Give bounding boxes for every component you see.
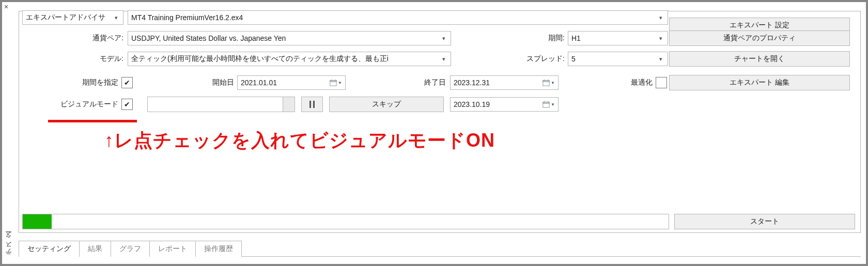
advisor-file-combo[interactable]: MT4 Training PremiumVer16.2.ex4 ▾ xyxy=(128,10,668,25)
model-combo[interactable]: 全ティック(利用可能な最小時間枠を使いすべてのティックを生成する、最も正i ▾ xyxy=(128,52,451,66)
pause-icon xyxy=(309,101,315,108)
from-date-input[interactable]: 2021.01.01 ▼ xyxy=(237,75,346,90)
expert-edit-button[interactable]: エキスパート 編集 xyxy=(669,75,850,90)
to-date-value: 2023.12.31 xyxy=(454,79,490,87)
visual-date-input[interactable]: 2023.10.19 ▼ xyxy=(450,97,559,112)
button-label: 通貨ペアのプロパティ xyxy=(723,34,796,43)
period-combo[interactable]: H1 ▾ xyxy=(568,31,668,45)
advisor-type-combo[interactable]: エキスパートアドバイサ ▾ xyxy=(22,10,123,25)
start-button[interactable]: スタート xyxy=(674,214,855,229)
symbol-label: 通貨ペア: xyxy=(22,31,123,45)
tab-label: 結果 xyxy=(88,244,102,254)
visual-speed-slider[interactable] xyxy=(147,97,295,112)
chevron-down-icon: ▾ xyxy=(440,35,447,42)
symbol-value: USDJPY, United States Dollar vs. Japanes… xyxy=(131,34,440,42)
calendar-icon[interactable]: ▼ xyxy=(542,101,555,108)
button-label: チャートを開く xyxy=(734,54,785,64)
tab-label: グラフ xyxy=(119,244,141,254)
to-date-label: 終了日 xyxy=(360,75,446,90)
visual-mode-label: ビジュアルモード xyxy=(22,97,118,112)
advisor-type-label: エキスパートアドバイサ xyxy=(26,13,113,22)
calendar-icon[interactable]: ▼ xyxy=(542,79,555,86)
pause-button[interactable] xyxy=(301,97,323,112)
use-period-label: 期間を指定 xyxy=(22,75,118,90)
chevron-down-icon: ▾ xyxy=(113,14,120,21)
svg-rect-9 xyxy=(543,102,549,104)
symbol-properties-button[interactable]: 通貨ペアのプロパティ xyxy=(669,30,850,46)
spread-combo[interactable]: 5 ▾ xyxy=(568,52,668,66)
use-period-checkbox[interactable]: ✔ xyxy=(121,77,133,88)
annotation-text: ↑レ点チェックを入れてビジュアルモードON xyxy=(104,128,495,153)
tab-label: 操作履歴 xyxy=(204,244,233,254)
chevron-down-icon: ▾ xyxy=(657,56,664,62)
slider-knob[interactable] xyxy=(283,97,295,112)
bottom-tabs: セッティング 結果 グラフ レポート 操作履歴 xyxy=(19,239,861,257)
button-label: スキップ xyxy=(372,100,401,109)
tab-report[interactable]: レポート xyxy=(150,241,196,257)
tab-journal[interactable]: 操作履歴 xyxy=(196,241,242,257)
optimize-checkbox[interactable] xyxy=(656,77,667,88)
model-label: モデル: xyxy=(22,52,123,66)
model-value: 全ティック(利用可能な最小時間枠を使いすべてのティックを生成する、最も正i xyxy=(131,54,440,64)
skip-button[interactable]: スキップ xyxy=(329,97,444,112)
from-date-label: 開始日 xyxy=(153,75,234,90)
calendar-icon[interactable]: ▼ xyxy=(330,79,342,86)
tester-vertical-tab[interactable]: テスター xyxy=(4,236,13,259)
visual-date-value: 2023.10.19 xyxy=(454,100,490,108)
visual-mode-checkbox[interactable]: ✔ xyxy=(121,99,133,110)
svg-rect-5 xyxy=(543,81,549,82)
optimize-label: 最適化 xyxy=(582,75,653,90)
open-chart-button[interactable]: チャートを開く xyxy=(669,51,850,67)
tester-window: × テスター エキスパートアドバイサ ▾ MT4 Training Premiu… xyxy=(0,0,868,266)
progress-bar xyxy=(22,214,669,229)
from-date-value: 2021.01.01 xyxy=(241,79,277,87)
tab-label: セッティング xyxy=(27,244,71,254)
button-label: エキスパート 設定 xyxy=(730,21,789,30)
tab-settings[interactable]: セッティング xyxy=(19,241,80,257)
slider-track xyxy=(148,97,283,112)
symbol-combo[interactable]: USDJPY, United States Dollar vs. Japanes… xyxy=(128,31,451,45)
period-label: 期間: xyxy=(469,31,565,45)
tester-panel: エキスパートアドバイサ ▾ MT4 Training PremiumVer16.… xyxy=(19,11,861,233)
button-label: スタート xyxy=(750,217,779,226)
tab-results[interactable]: 結果 xyxy=(80,241,111,257)
annotation-underline xyxy=(48,120,137,122)
spread-value: 5 xyxy=(571,55,657,63)
chevron-down-icon: ▾ xyxy=(440,56,447,62)
spread-label: スプレッド: xyxy=(469,52,565,66)
tab-graph[interactable]: グラフ xyxy=(111,241,150,257)
to-date-input[interactable]: 2023.12.31 ▼ xyxy=(450,75,559,90)
tab-label: レポート xyxy=(158,244,187,254)
svg-rect-1 xyxy=(330,81,336,82)
button-label: エキスパート 編集 xyxy=(730,78,789,87)
close-icon[interactable]: × xyxy=(4,3,8,10)
period-value: H1 xyxy=(571,34,657,42)
chevron-down-icon: ▾ xyxy=(657,35,664,42)
progress-fill xyxy=(23,214,52,229)
chevron-down-icon: ▾ xyxy=(657,14,664,21)
advisor-file-value: MT4 Training PremiumVer16.2.ex4 xyxy=(131,13,657,22)
